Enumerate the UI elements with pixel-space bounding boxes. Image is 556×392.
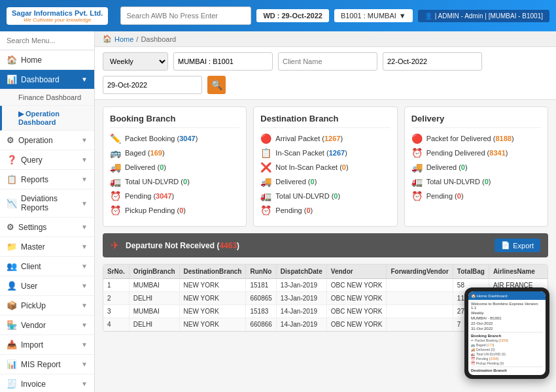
dashboard-icon: 📊	[7, 74, 17, 84]
sidebar-item-operation-dashboard[interactable]: ▶ Operation Dashboard	[0, 106, 94, 131]
sidebar-item-settings[interactable]: ⚙ Settings ▼	[0, 218, 94, 237]
sidebar-item-operation[interactable]: ⚙ Operation ▼	[0, 131, 94, 150]
client-icon: 👥	[7, 261, 17, 271]
arrow-right-icon: ▶	[18, 110, 24, 118]
operation-icon: ⚙	[7, 135, 14, 145]
sidebar-item-reports[interactable]: 📋 Reports ▼	[0, 170, 94, 189]
not-inscan-item[interactable]: ❌ Not In-Scan Packet (0)	[260, 162, 390, 172]
table-cell: MUMBAI	[129, 279, 179, 292]
breadcrumb-home[interactable]: Home	[114, 35, 133, 43]
mobile-date-from: 22-Oct-2022	[471, 321, 543, 325]
sidebar-item-vendor[interactable]: 🏪 Vendor ▼	[0, 316, 94, 335]
mobile-undlvrd: 🚛 Total UN-DLVRD (0)	[471, 352, 543, 356]
packet-booking-icon: ✏️	[110, 133, 121, 144]
delivery-panel: Delivery 🔴 Packet for Delivered (8188) ⏰…	[404, 106, 548, 227]
sidebar-item-label: Import	[21, 340, 43, 350]
filters-bar: Weekly Monthly Daily 🔍	[95, 47, 556, 100]
sidebar-item-invoice[interactable]: 🧾 Invoice ▼	[0, 374, 94, 392]
sidebar-item-label: Client	[21, 262, 41, 271]
chevron-down-icon: ▼	[81, 263, 88, 270]
mobile-date-to: 31-Oct-2022	[471, 327, 543, 331]
delivered-item[interactable]: 🚚 Delivered (0)	[110, 162, 239, 172]
branch-input[interactable]	[173, 52, 273, 71]
table-cell: 15183	[246, 305, 276, 318]
breadcrumb-current: Dashboard	[141, 35, 176, 43]
search-button[interactable]: 🔍	[207, 76, 226, 94]
packet-booking-item[interactable]: ✏️ Packet Booking (3047)	[110, 133, 239, 144]
dest-total-undlvrd-item[interactable]: 🚛 Total UN-DLVRD (0)	[260, 191, 390, 201]
sidebar-item-user[interactable]: 👤 User ▼	[0, 276, 94, 296]
del-total-undlvrd-item[interactable]: 🚛 Total UN-DLVRD (0)	[411, 176, 541, 187]
del-delivered-icon: 🚚	[411, 162, 423, 172]
del-pending-item[interactable]: ⏰ Pending (0)	[411, 191, 541, 201]
user-icon: 👤	[425, 12, 432, 20]
dest-delivered-item[interactable]: 🚚 Delivered (0)	[260, 176, 390, 187]
date-to-input[interactable]	[103, 76, 202, 94]
header-user[interactable]: 👤 | ADMIN - Admin | [MUMBAI - B1001]	[418, 10, 549, 22]
mobile-baged: 🚌 Baged (173)	[471, 343, 543, 347]
sidebar-item-home[interactable]: 🏠 Home	[0, 50, 94, 70]
sidebar-item-label: MIS Report	[21, 360, 61, 369]
sidebar-item-import[interactable]: 📥 Import ▼	[0, 335, 94, 355]
baged-item[interactable]: 🚌 Baged (169)	[110, 148, 239, 158]
table-cell: 660865	[246, 292, 276, 305]
col-vendor: Vendor	[326, 265, 387, 279]
awb-search-input[interactable]	[120, 7, 251, 25]
baged-icon: 🚌	[110, 148, 121, 158]
mobile-content: Welcome to Bombino Express Version: 1.1 …	[468, 300, 546, 375]
pending-item[interactable]: ⏰ Pending (3047)	[110, 191, 239, 201]
dest-delivered-icon: 🚚	[260, 176, 271, 187]
del-delivered-item[interactable]: 🚚 Delivered (0)	[411, 162, 541, 172]
table-cell: 13-Jan-2019	[276, 292, 326, 305]
search-icon: 🔍	[211, 80, 222, 90]
master-icon: 📁	[7, 242, 17, 252]
date-from-input[interactable]	[383, 52, 482, 71]
sidebar-item-deviations-reports[interactable]: 📉 Deviations Reports ▼	[0, 189, 94, 218]
sidebar-item-master[interactable]: 📁 Master ▼	[0, 237, 94, 257]
sidebar-item-pickup[interactable]: 📦 PickUp ▼	[0, 296, 94, 316]
dest-pending-item[interactable]: ⏰ Pending (0)	[260, 205, 390, 216]
table-cell: OBC NEW YORK	[326, 318, 387, 331]
pending-delivered-item[interactable]: ⏰ Pending Delivered (8341)	[411, 148, 541, 158]
user-icon: 👤	[7, 281, 17, 291]
sidebar-item-label: Operation	[18, 136, 53, 145]
table-cell: 3	[103, 305, 129, 318]
chevron-down-icon: ▼	[81, 156, 88, 163]
export-button[interactable]: 📄 Export	[495, 238, 540, 252]
col-origin: OriginBranch	[129, 265, 179, 279]
packet-for-delivered-item[interactable]: 🔴 Packet for Delivered (8188)	[411, 133, 541, 144]
arrival-packet-item[interactable]: 🔴 Arrival Packet (1267)	[260, 133, 390, 144]
pickup-pending-item[interactable]: ⏰ Pickup Pending (0)	[110, 205, 239, 216]
sidebar-item-label: Vendor	[21, 321, 46, 330]
mis-icon: 📊	[7, 359, 17, 369]
dest-undlvrd-icon: 🚛	[260, 191, 271, 201]
home-icon: 🏠	[7, 55, 17, 65]
table-cell	[387, 305, 453, 318]
chevron-down-icon: ▼	[81, 341, 88, 348]
header-branch[interactable]: B1001 : MUMBAI ▼	[334, 9, 413, 22]
sidebar-item-label: User	[21, 282, 37, 291]
sidebar-item-finance-dashboard[interactable]: Finance Dashboard	[0, 90, 94, 106]
delivery-title: Delivery	[411, 114, 541, 128]
chevron-down-icon: ▼	[81, 302, 88, 309]
table-cell: OBC NEW YORK	[326, 279, 387, 292]
del-undlvrd-icon: 🚛	[411, 176, 423, 187]
total-undlvrd-icon: 🚛	[110, 176, 121, 187]
mobile-header: 🏠 Home Dashboard	[468, 291, 546, 300]
arrival-icon: 🔴	[260, 133, 271, 144]
table-cell	[387, 318, 453, 331]
table-cell: OBC NEW YORK	[326, 305, 387, 318]
sidebar-item-dashboard[interactable]: 📊 Dashboard ▼	[0, 70, 94, 90]
main-layout: 🏠 Home 📊 Dashboard ▼ Finance Dashboard ▶…	[0, 31, 556, 392]
sidebar-search-input[interactable]	[0, 31, 94, 50]
inscan-packet-item[interactable]: 📋 In-Scan Packet (1267)	[260, 148, 390, 158]
client-name-input[interactable]	[278, 52, 377, 71]
sidebar-item-client[interactable]: 👥 Client ▼	[0, 257, 94, 276]
period-select[interactable]: Weekly Monthly Daily	[103, 52, 168, 71]
chevron-down-icon: ▼	[81, 223, 88, 231]
sidebar-item-query[interactable]: ❓ Query ▼	[0, 150, 94, 170]
sidebar-item-mis-report[interactable]: 📊 MIS Report ▼	[0, 355, 94, 374]
col-totalbag: TotalBag	[453, 265, 489, 279]
total-undlvrd-item[interactable]: 🚛 Total UN-DLVRD (0)	[110, 176, 239, 187]
mobile-delivered: 🚚 Delivered (0)	[471, 348, 543, 351]
